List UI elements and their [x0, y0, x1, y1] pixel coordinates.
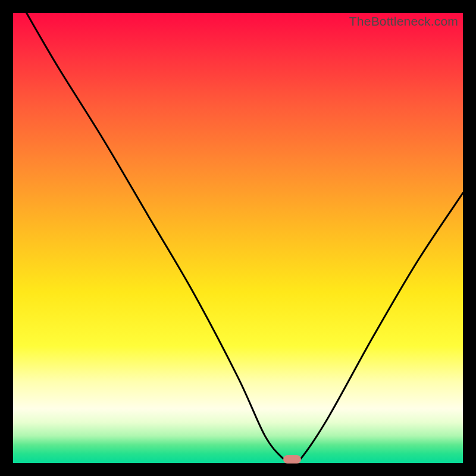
watermark-text: TheBottleneck.com — [349, 14, 458, 29]
chart-plot-area: TheBottleneck.com — [13, 13, 463, 463]
curve-path — [27, 13, 463, 463]
optimal-point-marker — [283, 455, 301, 464]
bottleneck-curve — [13, 13, 463, 463]
